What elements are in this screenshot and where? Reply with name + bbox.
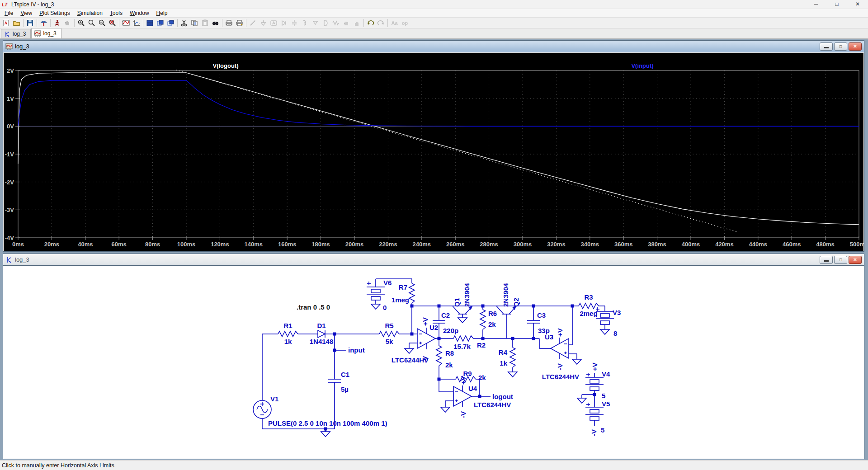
label-V6: V6 [383,279,392,287]
menu-tools[interactable]: Tools [106,9,126,17]
label-R1: R1 [283,322,292,329]
label-U2: U2 [429,324,438,331]
menu-file[interactable]: File [1,9,17,17]
svg-text:0V: 0V [7,123,14,130]
zoom-out-button[interactable] [97,18,107,28]
draw-wire-tool[interactable] [248,18,258,28]
plot-window-titlebar[interactable]: log_3 □ ✕ [3,41,864,52]
schematic-restore-button[interactable]: □ [834,256,847,264]
label-R9v: 2k [478,374,486,381]
svg-text:420ms: 420ms [715,241,733,248]
component-tool[interactable] [321,18,331,28]
diode-tool[interactable] [279,18,289,28]
move-tool[interactable] [341,18,352,28]
label-U3: U3 [545,333,553,341]
label-R4v: 1k [500,359,507,367]
schematic-drawing [253,279,614,437]
label-C2: C2 [441,311,450,319]
schematic-canvas[interactable]: .tran 0 .5 0 V1 PULSE(0 2.5 0 10n 10n 10… [4,266,863,458]
print-preview-button[interactable] [234,18,245,28]
tab-waveform-log_3[interactable]: log_3 [31,28,61,38]
cascade-windows-button[interactable] [165,18,176,28]
undo-button[interactable] [365,18,376,28]
plot-canvas[interactable]: 0ms20ms40ms60ms80ms100ms120ms140ms160ms1… [4,53,863,251]
label-U4: U4 [468,385,477,392]
component-diode2-tool[interactable] [310,18,321,28]
label-R1v: 1k [284,338,292,345]
svg-text:300ms: 300ms [514,241,532,248]
save-button[interactable] [25,18,35,28]
label-U2-plusV: +V [421,317,429,326]
zoom-full-extents-button[interactable] [107,18,118,28]
control-panel-button[interactable] [38,18,49,28]
resistor-tool[interactable] [331,18,341,28]
app-titlebar: LT LTspice IV - log_3 ─ □ ✕ [0,0,868,9]
app-minimize-button[interactable]: ─ [806,0,826,9]
svg-text:20ms: 20ms [44,241,59,248]
capacitor-tool[interactable] [289,18,300,28]
menu-plot-settings[interactable]: Plot Settings [36,9,74,17]
plot-close-button[interactable]: ✕ [849,42,862,51]
print-button[interactable] [224,18,234,28]
copy-button[interactable] [189,18,200,28]
tile-vertical-button[interactable] [155,18,165,28]
label-directive: .tran 0 .5 0 [297,303,330,311]
schematic-window-titlebar[interactable]: log_3 □ ✕ [3,254,864,266]
svg-text:220ms: 220ms [379,241,397,248]
label-D1v: 1N4148 [310,338,334,345]
svg-text:340ms: 340ms [581,241,599,248]
text-tool[interactable]: Aa [389,18,400,28]
find-button[interactable] [210,18,221,28]
schematic-minimize-button[interactable] [820,256,833,264]
label-R6: R6 [488,310,497,317]
menu-simulation[interactable]: Simulation [74,9,106,17]
label-U4-plusV: +V [459,376,467,385]
tile-horizontal-button[interactable] [145,18,155,28]
plot-restore-button[interactable]: □ [834,42,847,51]
label-R7: R7 [399,283,407,291]
svg-text:1V: 1V [7,95,14,102]
zoom-in-button[interactable] [76,18,86,28]
label-R3: R3 [584,293,593,301]
halt-button[interactable] [62,18,73,28]
svg-text:-3V: -3V [5,207,14,213]
mdi-workspace: log_3 □ ✕ 0ms20ms40ms60ms80ms100ms120ms1… [0,39,868,460]
menu-window[interactable]: Window [126,9,153,17]
spice-directive-label: op [401,20,409,26]
menu-view[interactable]: View [17,9,36,17]
new-schematic-button[interactable] [1,18,11,28]
schematic-window: log_3 □ ✕ [3,254,864,459]
label-R7v: 1meg [392,296,409,304]
run-button[interactable] [52,18,62,28]
menu-help[interactable]: Help [153,9,171,17]
app-maximize-button[interactable]: □ [826,0,847,9]
tab-schematic-log_3[interactable]: log_3 [1,29,31,38]
ground-tool[interactable] [258,18,269,28]
zoom-area-button[interactable] [86,18,97,28]
label-C3: C3 [537,311,546,319]
label-net-tool[interactable] [269,18,279,28]
app-title: LTspice IV - log_3 [11,1,54,8]
label-U4-model: LTC6244HV [474,401,511,409]
app-close-button[interactable]: ✕ [847,0,868,9]
open-file-button[interactable] [11,18,22,28]
plot-settings-button[interactable] [131,18,142,28]
spice-directive-tool[interactable]: op [400,18,410,28]
menu-bar: FileViewPlot SettingsSimulationToolsWind… [0,9,868,18]
drag-tool[interactable] [352,18,362,28]
svg-text:60ms: 60ms [112,241,127,248]
redo-button[interactable] [376,18,386,28]
tab-label: log_3 [43,30,56,37]
label-Q1: Q1 [453,298,461,307]
autorange-y-button[interactable] [121,18,131,28]
label-U3-plusV: +V [556,328,564,337]
cut-button[interactable] [179,18,189,28]
inductor-tool[interactable] [300,18,310,28]
paste-button[interactable] [200,18,210,28]
svg-text:500ms: 500ms [850,241,863,248]
label-V3v: 8 [613,329,617,337]
label-U4-minusV: -V [459,411,467,418]
plot-minimize-button[interactable] [820,42,833,51]
label-R3v: 2meg [580,310,597,317]
schematic-close-button[interactable]: ✕ [849,256,862,264]
